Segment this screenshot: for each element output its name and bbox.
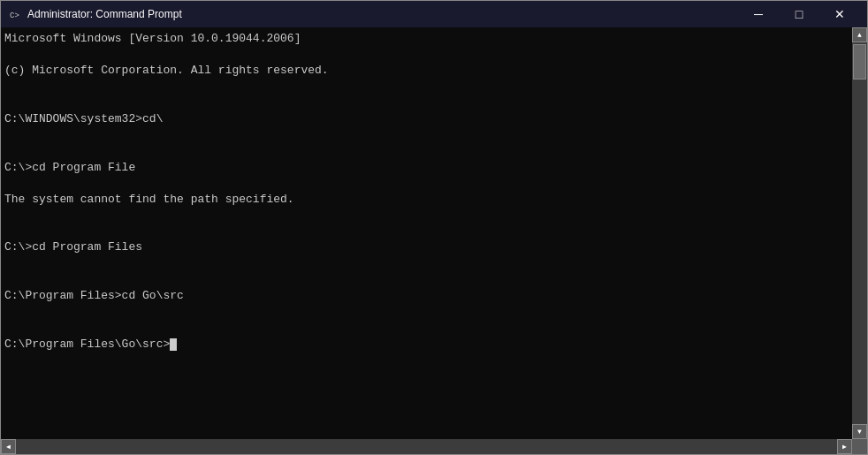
terminal-line-8: C:\>cd Program Files [4,239,849,255]
minimize-button[interactable]: ─ [738,1,779,27]
terminal-line-6: The system cannot find the path specifie… [4,192,849,208]
title-bar: C> Administrator: Command Prompt ─ □ ✕ [1,1,867,27]
terminal-line-12: C:\Program Files\Go\src> [4,337,849,353]
scroll-thumb[interactable] [853,44,866,80]
scroll-right-button[interactable]: ▶ [837,439,852,454]
terminal-line-10: C:\Program Files>cd Go\src [4,288,849,304]
cmd-icon: C> [8,7,22,21]
scroll-track [852,42,867,424]
scroll-down-button[interactable]: ▼ [852,424,867,439]
vertical-scrollbar: ▲ ▼ [852,27,867,439]
terminal-line-1: (c) Microsoft Corporation. All rights re… [4,63,849,79]
scroll-corner [852,439,867,454]
scroll-left-button[interactable]: ◀ [1,439,16,454]
terminal-body: Microsoft Windows [Version 10.0.19044.20… [1,27,867,439]
horizontal-scrollbar: ◀ ▶ [1,439,852,454]
terminal-content[interactable]: Microsoft Windows [Version 10.0.19044.20… [1,27,852,439]
window-title: Administrator: Command Prompt [27,8,738,20]
scroll-up-button[interactable]: ▲ [852,27,867,42]
terminal-line-0: Microsoft Windows [Version 10.0.19044.20… [4,31,849,47]
cmd-window: C> Administrator: Command Prompt ─ □ ✕ M… [0,0,868,455]
maximize-button[interactable]: □ [779,1,819,27]
terminal-line-5: C:\>cd Program File [4,160,849,176]
bottom-bar: ◀ ▶ [1,439,867,454]
cursor [170,338,177,351]
terminal-line-3: C:\WINDOWS\system32>cd\ [4,111,849,127]
svg-text:C>: C> [10,11,19,20]
horizontal-scroll-track [16,439,837,454]
window-controls: ─ □ ✕ [738,1,860,27]
close-button[interactable]: ✕ [819,1,860,27]
